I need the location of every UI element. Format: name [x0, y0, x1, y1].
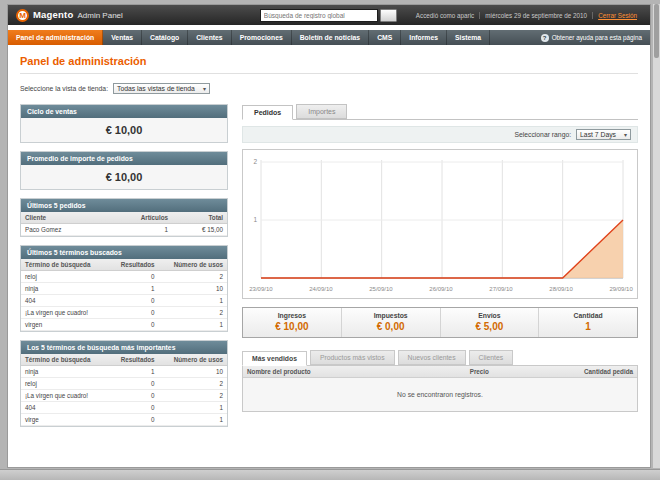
last-orders-table: ClienteArtículosTotal Paco Gomez1€ 15,00	[21, 212, 227, 236]
store-view-value: Todas las vistas de tienda	[117, 85, 195, 92]
x-axis-label: 24/09/10	[309, 286, 332, 292]
nav-item-2[interactable]: Catálogo	[142, 30, 188, 45]
table-row[interactable]: reloj02	[21, 378, 227, 390]
column-header: Resultados	[109, 259, 159, 271]
nav-item-4[interactable]: Promociones	[232, 30, 292, 45]
table-cell: reloj	[21, 271, 109, 283]
chart-x-labels: 23/09/1024/09/1025/09/1026/09/1027/09/10…	[243, 286, 637, 298]
current-date: miércoles 29 de septiembre de 2010	[479, 12, 592, 19]
x-axis-label: 26/09/10	[429, 286, 452, 292]
table-cell: 1	[159, 414, 227, 426]
divider	[20, 73, 638, 74]
panel-title: Los 5 términos de búsqueda más important…	[21, 341, 227, 354]
table-row[interactable]: Paco Gomez1€ 15,00	[21, 224, 227, 236]
stat-1: Impuestos€ 0,00	[341, 308, 440, 337]
vertical-scrollbar[interactable]	[653, 4, 660, 468]
search-submit-button[interactable]	[380, 9, 397, 22]
nav-item-7[interactable]: Informes	[401, 30, 447, 45]
products-grid-box: Nombre del productoPrecioCantidad pedida…	[242, 365, 638, 412]
logout-link[interactable]: Cerrar Sesión	[592, 12, 642, 19]
stat-value: 1	[539, 321, 637, 332]
stat-label: Envíos	[441, 312, 539, 319]
table-row[interactable]: virge01	[21, 414, 227, 426]
global-search-input[interactable]	[260, 9, 378, 22]
table-row[interactable]: virgen01	[21, 319, 227, 331]
store-switcher: Seleccione la vista de tienda: Todas las…	[20, 83, 638, 94]
bottom-tab-3[interactable]: Clientes	[469, 350, 514, 365]
store-view-select[interactable]: Todas las vistas de tienda	[113, 83, 210, 94]
table-cell: ninja	[21, 283, 109, 295]
table-cell: 1	[109, 366, 159, 378]
table-cell: 0	[109, 390, 159, 402]
nav-item-6[interactable]: CMS	[369, 30, 401, 45]
table-cell: 2	[159, 307, 227, 319]
nav-item-5[interactable]: Boletín de noticias	[292, 30, 369, 45]
column-header: Número de usos	[159, 259, 227, 271]
table-cell: 0	[109, 402, 159, 414]
table-cell: 404	[21, 295, 109, 307]
admin-window: M Magento Admin Panel Accedió como apari…	[7, 4, 651, 468]
dashboard-tab-1[interactable]: Importes	[296, 104, 347, 119]
range-label: Seleccionar rango:	[514, 131, 571, 138]
bottom-tab-1[interactable]: Productos más vistos	[310, 350, 395, 365]
help-link[interactable]: ? Obtener ayuda para esta página	[533, 30, 650, 45]
nav-item-3[interactable]: Clientes	[188, 30, 231, 45]
browser-status-bar	[0, 469, 660, 480]
table-cell: 0	[109, 271, 159, 283]
table-row[interactable]: ¡La virgen que cuadro!02	[21, 307, 227, 319]
table-row[interactable]: reloj02	[21, 271, 227, 283]
magento-logo-icon: M	[16, 9, 29, 22]
table-cell: ninja	[21, 366, 109, 378]
last-search-table: Término de búsquedaResultadosNúmero de u…	[21, 259, 227, 331]
user-info: Accedió como aparic miércoles 29 de sept…	[411, 12, 642, 19]
x-axis-label: 29/09/10	[609, 286, 632, 292]
bottom-tab-2[interactable]: Nuevos clientes	[398, 350, 466, 365]
table-cell: 404	[21, 402, 109, 414]
page-title: Panel de administración	[20, 55, 638, 67]
table-cell: ¡La virgen que cuadro!	[21, 307, 109, 319]
nav-item-8[interactable]: Sistema	[447, 30, 490, 45]
table-cell: 0	[109, 378, 159, 390]
table-cell: 1	[159, 402, 227, 414]
range-selector-row: Seleccionar rango: Last 7 Days	[242, 126, 638, 143]
orders-chart: 12	[243, 152, 639, 286]
column-header: Cliente	[21, 212, 105, 224]
nav-item-1[interactable]: Ventas	[103, 30, 142, 45]
column-header: Total	[172, 212, 227, 224]
range-select[interactable]: Last 7 Days	[576, 129, 631, 140]
x-axis-label: 27/09/10	[489, 286, 512, 292]
dashboard-tabs: PedidosImportes	[242, 104, 638, 120]
dashboard-tab-0[interactable]: Pedidos	[242, 105, 293, 120]
table-row[interactable]: ninja110	[21, 366, 227, 378]
table-row[interactable]: ¡La virgen que cuadro!02	[21, 390, 227, 402]
bottom-tabs: Más vendidosProductos más vistosNuevos c…	[242, 350, 638, 365]
products-grid-table: Nombre del productoPrecioCantidad pedida	[243, 366, 637, 378]
nav-item-0[interactable]: Panel de administración	[8, 30, 103, 45]
table-row[interactable]: 40401	[21, 402, 227, 414]
dashboard-content: Panel de administración Seleccione la vi…	[8, 45, 650, 435]
dashboard-right-column: PedidosImportes Seleccionar rango: Last …	[242, 104, 638, 435]
table-cell: ¡La virgen que cuadro!	[21, 390, 109, 402]
column-header: Cantidad pedida	[493, 366, 637, 378]
table-cell: Paco Gomez	[21, 224, 105, 236]
column-header: Término de búsqueda	[21, 354, 109, 366]
main-nav: Panel de administraciónVentasCatálogoCli…	[8, 30, 650, 45]
table-cell: 1	[159, 319, 227, 331]
table-cell: virge	[21, 414, 109, 426]
stat-label: Impuestos	[342, 312, 440, 319]
table-cell: reloj	[21, 378, 109, 390]
top-search-table: Término de búsquedaResultadosNúmero de u…	[21, 354, 227, 426]
help-label: Obtener ayuda para esta página	[552, 34, 642, 41]
table-row[interactable]: 40401	[21, 295, 227, 307]
scrollbar-thumb[interactable]	[654, 4, 659, 58]
table-row[interactable]: ninja110	[21, 283, 227, 295]
stat-value: € 0,00	[342, 321, 440, 332]
nav-items: Panel de administraciónVentasCatálogoCli…	[8, 30, 490, 45]
panel-title: Ciclo de ventas	[21, 105, 227, 118]
average-order-value: € 10,00	[21, 165, 227, 189]
stats-row: Ingresos€ 10,00Impuestos€ 0,00Envíos€ 5,…	[242, 307, 638, 338]
bottom-tab-0[interactable]: Más vendidos	[242, 351, 307, 366]
column-header: Resultados	[109, 354, 159, 366]
column-header: Número de usos	[159, 354, 227, 366]
table-header-row: ClienteArtículosTotal	[21, 212, 227, 224]
